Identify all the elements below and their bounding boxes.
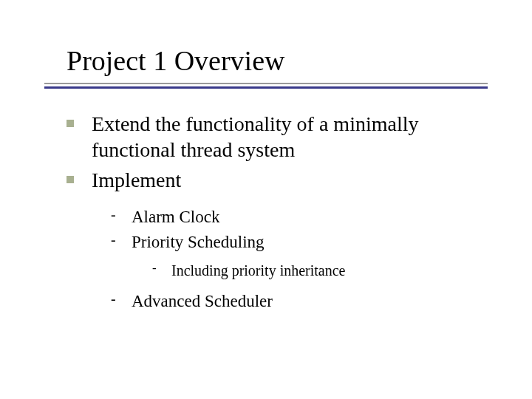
- content-area: Extend the functionality of a minimally …: [66, 111, 488, 313]
- title-underline: [44, 83, 488, 89]
- bullet-level3: - Including priority inheritance: [152, 261, 488, 280]
- bullet-text: Alarm Clock: [132, 206, 219, 228]
- slide: Project 1 Overview Extend the functional…: [0, 0, 532, 399]
- square-bullet-icon: [66, 120, 74, 127]
- dash-bullet-icon: -: [111, 290, 132, 307]
- bullet-text: Implement: [92, 167, 181, 193]
- bullet-level2: - Priority Scheduling: [111, 231, 488, 253]
- dash-bullet-icon: -: [152, 261, 171, 276]
- dash-bullet-icon: -: [111, 206, 132, 223]
- bullet-level1: Extend the functionality of a minimally …: [66, 111, 488, 163]
- bullet-text: Advanced Scheduler: [132, 290, 273, 313]
- dash-bullet-icon: -: [111, 231, 132, 248]
- bullet-level2: - Advanced Scheduler: [111, 290, 488, 313]
- bullet-level1: Implement: [66, 167, 488, 193]
- bullet-text: Including priority inheritance: [171, 261, 345, 280]
- bullet-text: Extend the functionality of a minimally …: [92, 111, 488, 163]
- subsublist: - Including priority inheritance: [152, 261, 488, 280]
- bullet-level2: - Alarm Clock: [111, 206, 488, 228]
- square-bullet-icon: [66, 176, 74, 183]
- slide-title: Project 1 Overview: [66, 44, 532, 77]
- sublist: - Alarm Clock - Priority Scheduling - In…: [111, 206, 488, 313]
- bullet-text: Priority Scheduling: [132, 231, 265, 253]
